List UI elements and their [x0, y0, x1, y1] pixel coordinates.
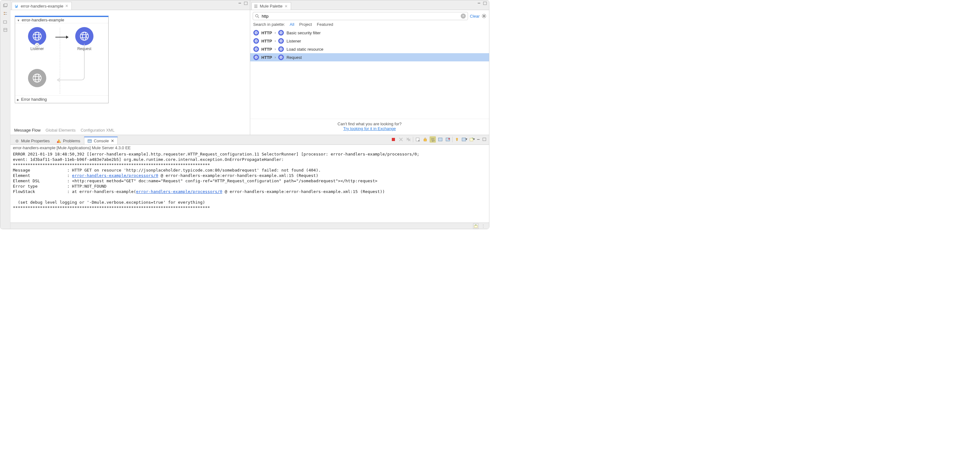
- palette-tab[interactable]: Mule Palette ✕: [251, 2, 291, 10]
- tab-global-elements[interactable]: Global Elements: [46, 128, 76, 132]
- palette-item[interactable]: HTTP›Load static resource: [250, 45, 489, 53]
- close-icon[interactable]: ✕: [285, 5, 288, 8]
- expand-icon[interactable]: [17, 97, 19, 102]
- minimize-icon[interactable]: [476, 138, 481, 141]
- svg-point-24: [256, 14, 258, 17]
- tab-mule-properties[interactable]: Mule Properties: [12, 137, 53, 145]
- palette-search-field[interactable]: ✕: [253, 12, 468, 20]
- clear-console-button[interactable]: [414, 136, 421, 143]
- operation-name: Request: [286, 55, 301, 60]
- flow-title-row[interactable]: error-handlers-example: [15, 17, 108, 23]
- svg-rect-70: [477, 139, 480, 140]
- flow-canvas-area[interactable]: Listener: [15, 23, 108, 96]
- svg-rect-5: [4, 28, 7, 32]
- svg-rect-71: [483, 138, 486, 141]
- show-console-err-button[interactable]: [445, 136, 451, 143]
- editor-tab[interactable]: error-handlers-example ✕: [12, 2, 72, 10]
- warning-icon: [57, 139, 61, 143]
- minimize-view-icon[interactable]: [2, 19, 8, 25]
- filter-featured[interactable]: Featured: [317, 22, 333, 27]
- restore-view-icon[interactable]: [2, 2, 8, 8]
- palette-item[interactable]: HTTP›Listener: [250, 37, 489, 45]
- gear-icon: [15, 139, 19, 143]
- console-title: error-handlers-example [Mule Application…: [10, 145, 489, 151]
- operation-name: Listener: [286, 39, 301, 43]
- svg-rect-3: [4, 14, 5, 15]
- maximize-icon[interactable]: [483, 2, 487, 5]
- connector-icon: [253, 30, 259, 35]
- exchange-link[interactable]: Try looking for it in Exchange: [344, 126, 396, 131]
- svg-rect-72: [474, 225, 477, 228]
- close-icon[interactable]: ✕: [65, 4, 68, 8]
- operation-icon: [278, 46, 284, 52]
- search-icon: [255, 14, 259, 18]
- outline-view-icon[interactable]: [2, 10, 8, 17]
- clear-input-icon[interactable]: ✕: [461, 14, 466, 19]
- tab-configuration-xml[interactable]: Configuration XML: [81, 128, 115, 132]
- show-console-button[interactable]: [437, 136, 444, 143]
- svg-rect-66: [438, 138, 442, 141]
- console-link[interactable]: error-handlers-example/processors/0: [136, 189, 222, 194]
- connector-name: HTTP: [261, 30, 272, 35]
- error-handling-section[interactable]: Error handling: [15, 96, 108, 103]
- maximize-icon[interactable]: [482, 137, 487, 141]
- scroll-lock-button[interactable]: [422, 136, 428, 143]
- svg-rect-2: [4, 12, 5, 13]
- terminate-button[interactable]: [390, 136, 396, 143]
- palette-footer: Can't find what you are looking for? Try…: [250, 119, 489, 135]
- console-pane: Mule Properties Problems Console ✕: [10, 135, 489, 229]
- status-exchange-icon[interactable]: [473, 223, 479, 229]
- status-handle-icon[interactable]: ⋮: [481, 223, 486, 228]
- palette-list: HTTP›Basic security filterHTTP›ListenerH…: [250, 29, 489, 119]
- gear-icon[interactable]: [482, 14, 487, 19]
- minimize-icon[interactable]: [477, 2, 482, 5]
- flow-arrow-icon: [56, 35, 68, 39]
- operation-name: Load static resource: [286, 47, 323, 52]
- display-selected-button[interactable]: [461, 136, 468, 143]
- palette-item[interactable]: HTTP›Request: [250, 53, 489, 61]
- pin-console-button[interactable]: [454, 136, 460, 143]
- collapse-icon[interactable]: [17, 18, 20, 22]
- clear-button[interactable]: Clear: [470, 14, 480, 19]
- flow-editor-pane: error-handlers-example ✕ error-handlers-…: [10, 0, 250, 135]
- component-listener[interactable]: Listener: [25, 27, 50, 51]
- palette-tab-label: Mule Palette: [260, 4, 283, 8]
- console-link[interactable]: error-handlers-example/processors/0: [72, 173, 158, 178]
- connector-name: HTTP: [261, 47, 272, 52]
- operation-icon: [278, 54, 284, 60]
- remove-all-button[interactable]: [405, 136, 412, 143]
- tab-problems[interactable]: Problems: [54, 137, 83, 145]
- palette-item[interactable]: HTTP›Basic security filter: [250, 29, 489, 37]
- svg-point-60: [57, 141, 59, 143]
- operation-name: Basic security filter: [286, 30, 320, 35]
- palette-search-input[interactable]: [261, 14, 459, 19]
- editor-tabbar: error-handlers-example ✕: [10, 0, 250, 10]
- remove-launch-button[interactable]: [398, 136, 404, 143]
- svg-rect-67: [446, 138, 450, 141]
- open-console-button[interactable]: [469, 136, 475, 143]
- footer-text: Can't find what you are looking for?: [250, 121, 489, 126]
- upper-split: error-handlers-example ✕ error-handlers-…: [10, 0, 489, 135]
- connector-icon: [253, 54, 259, 60]
- svg-point-26: [484, 16, 485, 17]
- connector-name: HTTP: [261, 55, 272, 60]
- console-output[interactable]: ERROR 2021-01-19 18:48:50,392 [[error-ha…: [10, 151, 489, 223]
- tab-console[interactable]: Console ✕: [84, 137, 118, 145]
- workbench-left-gutter: [0, 0, 10, 229]
- operation-icon: [278, 30, 284, 35]
- filter-project[interactable]: Project: [299, 22, 312, 27]
- word-wrap-button[interactable]: [430, 136, 436, 143]
- maximize-icon[interactable]: [243, 2, 248, 5]
- component-error-target[interactable]: [25, 69, 50, 87]
- chevron-right-icon: ›: [274, 39, 276, 43]
- close-icon[interactable]: ✕: [111, 139, 114, 143]
- tab-message-flow[interactable]: Message Flow: [14, 128, 41, 132]
- chevron-right-icon: ›: [274, 30, 276, 35]
- connector-icon: [253, 38, 259, 44]
- panel-view-icon[interactable]: [2, 27, 8, 33]
- filter-all[interactable]: All: [290, 22, 294, 27]
- svg-rect-65: [424, 139, 426, 141]
- flow-canvas[interactable]: error-handlers-example: [10, 10, 250, 125]
- flow-container[interactable]: error-handlers-example: [15, 16, 108, 103]
- minimize-icon[interactable]: [238, 2, 242, 5]
